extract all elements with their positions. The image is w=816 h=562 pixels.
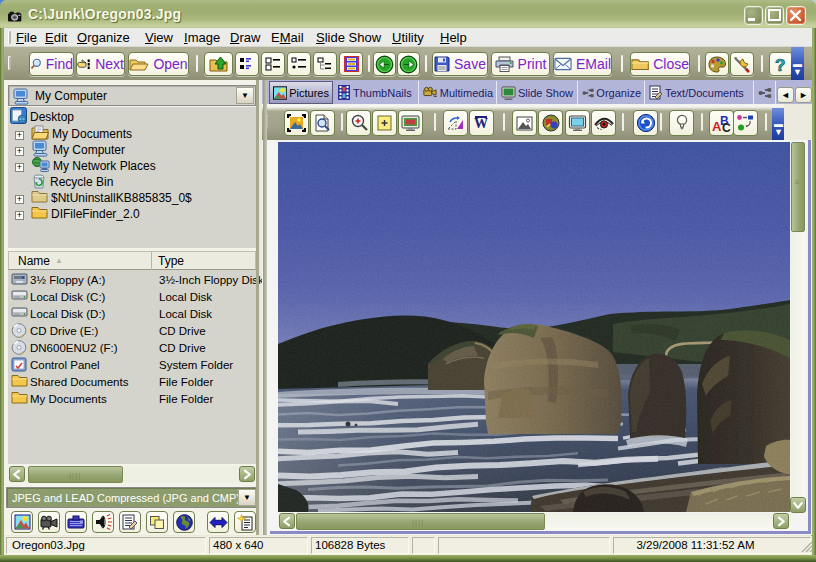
svg-text:C: C [722, 121, 731, 133]
svg-text:W: W [474, 116, 488, 131]
svg-text:?: ? [775, 56, 785, 74]
